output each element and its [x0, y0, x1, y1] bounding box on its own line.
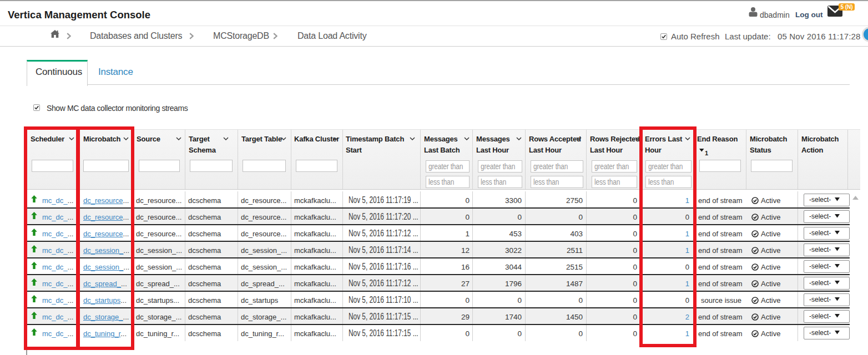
svg-text:1: 1 — [705, 150, 708, 156]
